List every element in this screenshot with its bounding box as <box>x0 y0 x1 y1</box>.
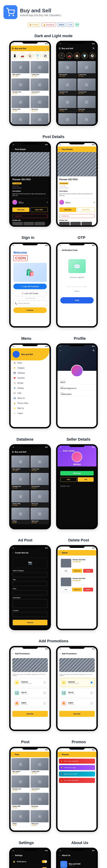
phone-input[interactable]: 📞 Phone Number <box>14 301 47 306</box>
menu-item[interactable]: ❤️Favorites <box>10 375 50 380</box>
menu-item[interactable]: 🏠Home <box>10 361 50 365</box>
similar-ad[interactable]: Repeated calls <box>12 222 23 225</box>
back-icon[interactable]: ← <box>59 148 61 150</box>
product-card[interactable]: ▣ Repeated callsRs 1,200 <box>58 78 77 95</box>
similar-ad[interactable] <box>81 222 92 225</box>
product-card[interactable]: ▣ Bass speakerRs 12,000 <box>58 61 77 78</box>
product-card[interactable]: ▣ Good productRs 3,400 <box>30 775 49 792</box>
product-card[interactable]: ▣ Black purseRs 2,200 <box>30 113 49 124</box>
product-card[interactable]: ▣ Speaker RGBRs 8,000 <box>58 96 77 112</box>
feature-button[interactable]: Feature Ad <box>72 569 82 573</box>
back-icon[interactable]: ← <box>12 148 14 150</box>
similar-ad[interactable] <box>70 222 81 225</box>
back-icon[interactable]: ← <box>12 552 14 554</box>
continue-button[interactable]: Continue <box>14 307 47 313</box>
promo-featured[interactable]: ⭐ FeaturedReach more buyers <box>12 678 48 687</box>
buy-now-button[interactable]: Buy Now <box>12 711 48 717</box>
chevron-icon[interactable]: › <box>47 201 48 204</box>
promo-radio[interactable] <box>44 692 46 694</box>
menu-item[interactable]: ⚙️Settings <box>10 385 50 391</box>
category-item[interactable]: 🚗 <box>19 53 26 59</box>
verify-button[interactable]: Verify <box>60 297 93 304</box>
otp-digit[interactable] <box>67 282 71 287</box>
menu-item[interactable]: 🔒Privacy Policy <box>10 401 50 406</box>
product-card[interactable]: ▣ Leather bagsRs 2,500 <box>30 455 49 472</box>
menu-item[interactable]: 💾Database <box>10 370 50 375</box>
product-card[interactable]: ▣ Repeated callsRs 1,200 <box>11 473 30 489</box>
product-card[interactable]: ▣ Speaker RGBRs 8,000 <box>11 96 30 112</box>
menu-item[interactable]: 📋My Ads <box>10 380 50 385</box>
promo-banner[interactable]: 🚀 Boost to top of results <box>59 772 95 776</box>
seller-avatar[interactable] <box>59 200 64 205</box>
menu-item[interactable]: ℹ️About Us <box>10 396 50 401</box>
menu-item[interactable]: 📂Category <box>10 365 50 370</box>
back-icon[interactable]: ← <box>12 854 14 856</box>
desc-input[interactable] <box>13 599 47 608</box>
product-card[interactable]: ▣ WritingRs 900 <box>11 810 30 827</box>
promo-featured[interactable]: ⭐ FeaturedReach more buyers <box>59 678 95 687</box>
promo-banner[interactable]: 🔥 Get 2x more responses <box>59 758 95 764</box>
category-item[interactable]: 👕 <box>81 53 88 59</box>
settings-notifications[interactable]: 🔔 Notifications <box>10 858 50 865</box>
otp-digit[interactable] <box>78 282 82 287</box>
promo-top[interactable]: 🔝 Top AdShow on top <box>59 688 95 698</box>
post-ad-button[interactable]: Post Ad <box>13 620 47 625</box>
chat-button[interactable]: Chat Now <box>59 208 76 212</box>
similar-ad[interactable]: Repeated calls <box>59 222 70 225</box>
promo-radio[interactable] <box>90 692 93 694</box>
product-card[interactable]: ▣ Brown bagRs 1,800 <box>77 96 96 112</box>
category-item[interactable]: ⚽ <box>89 53 96 59</box>
promo-banner[interactable]: ⭐ Featured for 7 days <box>59 765 95 770</box>
resend-link[interactable]: Resend <box>60 290 93 292</box>
image-upload[interactable]: 📷 <box>13 558 47 568</box>
category-item[interactable]: 📱 <box>11 53 18 59</box>
profile-avatar[interactable] <box>71 365 83 377</box>
product-card[interactable]: ▣ Black purseRs 2,200 <box>30 810 49 827</box>
offer-button[interactable]: Make Offer <box>77 208 95 212</box>
back-icon[interactable]: ← <box>59 249 61 251</box>
safety-tips[interactable]: ⚠ Safety Tips› <box>12 214 48 218</box>
product-card[interactable]: ▣ Bass speakerRs 12,000 <box>11 455 30 472</box>
promo-urgent[interactable]: 🔥 UrgentSell quickly <box>12 699 48 708</box>
product-card[interactable]: ▣ Good productRs 3,400 <box>30 473 49 489</box>
product-card[interactable]: ▣ Leather bagsRs 2,500 <box>77 61 96 78</box>
otp-digit[interactable] <box>72 282 76 287</box>
seller-avatar[interactable] <box>12 200 17 205</box>
category-item[interactable]: ⚽ <box>42 53 49 59</box>
user-avatar[interactable] <box>13 351 20 358</box>
edit-icon[interactable]: ✎ <box>92 349 95 352</box>
buy-now-button[interactable]: Buy Now <box>59 711 95 717</box>
back-icon[interactable]: ← <box>59 349 62 352</box>
product-card[interactable]: ▣ WritingRs 900 <box>11 507 30 524</box>
product-card[interactable]: ▣ Brown bagRs 1,800 <box>30 793 49 809</box>
product-card[interactable]: ▣ Bass speakerRs 12,000 <box>11 758 30 775</box>
otp-digit[interactable] <box>83 282 87 287</box>
back-icon[interactable]: ← <box>12 653 14 655</box>
safety-tips[interactable]: ⚠ Safety Tips› <box>59 214 95 218</box>
feature-button[interactable]: Feature Ad <box>72 588 82 591</box>
offer-button[interactable]: Make Offer <box>30 208 48 212</box>
product-card[interactable]: ▣ Black purseRs 2,200 <box>77 113 96 124</box>
category-item[interactable]: 📱 <box>58 53 65 59</box>
product-card[interactable]: ▣ Bass speakerRs 12,000 <box>11 61 30 78</box>
settings-darkmode[interactable]: 🌙 Dark Mode <box>10 865 50 868</box>
promo-radio[interactable] <box>90 702 93 705</box>
price-input[interactable] <box>13 590 47 595</box>
menu-item[interactable]: ↪Logout <box>10 411 50 416</box>
similar-ad[interactable] <box>34 222 45 225</box>
category-item[interactable]: 🚗 <box>66 53 73 59</box>
search-icon[interactable]: 🔍 <box>46 48 48 50</box>
category-item[interactable]: 👕 <box>34 53 41 59</box>
menu-icon[interactable]: ☰ <box>12 48 14 50</box>
product-card[interactable]: ▣ Brown bagRs 1,800 <box>30 490 49 507</box>
product-card[interactable]: ▣ Leather bagsRs 2,500 <box>30 758 49 775</box>
search-icon[interactable]: 🔍 <box>92 48 95 50</box>
facebook-login-button[interactable]: f Login with Facebook <box>14 284 47 289</box>
title-input[interactable] <box>13 581 47 586</box>
product-card[interactable]: ▣ Brown bagRs 1,800 <box>30 96 49 112</box>
back-icon[interactable]: ← <box>12 753 14 755</box>
promo-banner[interactable]: 🔥 Get 2x more responses <box>59 778 95 783</box>
call-button[interactable]: Call <box>78 477 93 482</box>
back-icon[interactable]: ← <box>59 854 61 856</box>
menu-item[interactable]: ⭐Rate Us <box>10 406 50 411</box>
